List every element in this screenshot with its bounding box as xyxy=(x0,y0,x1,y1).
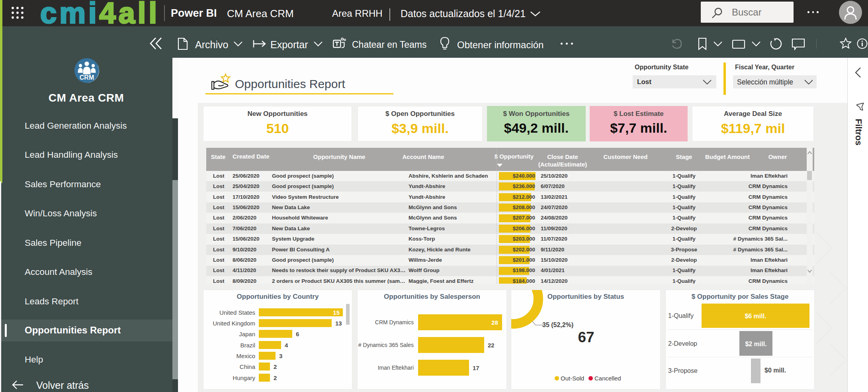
svg-text:CRM: CRM xyxy=(80,74,94,81)
